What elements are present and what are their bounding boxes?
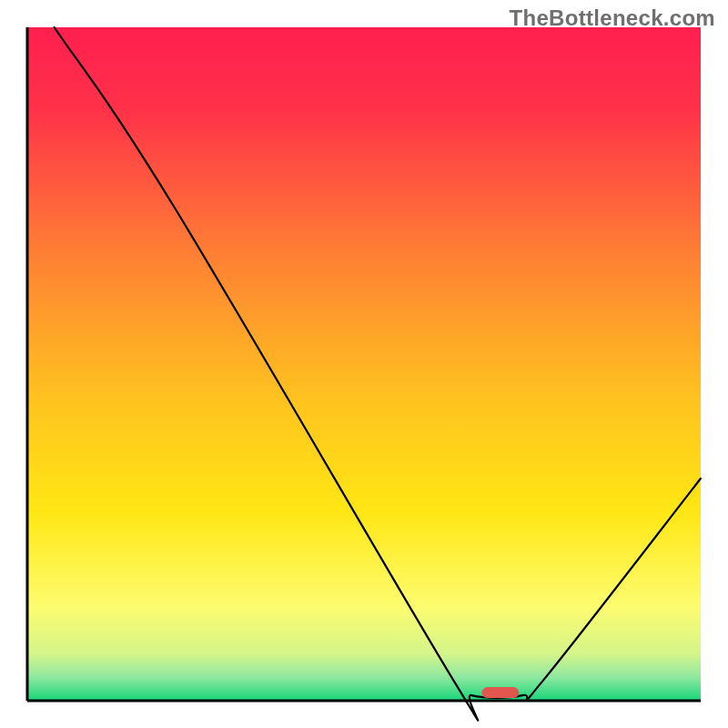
optimum-marker [482, 687, 520, 698]
chart-container: TheBottleneck.com [0, 0, 728, 728]
watermark-text: TheBottleneck.com [510, 5, 715, 31]
plot-background [27, 27, 701, 701]
bottleneck-chart [0, 0, 728, 728]
